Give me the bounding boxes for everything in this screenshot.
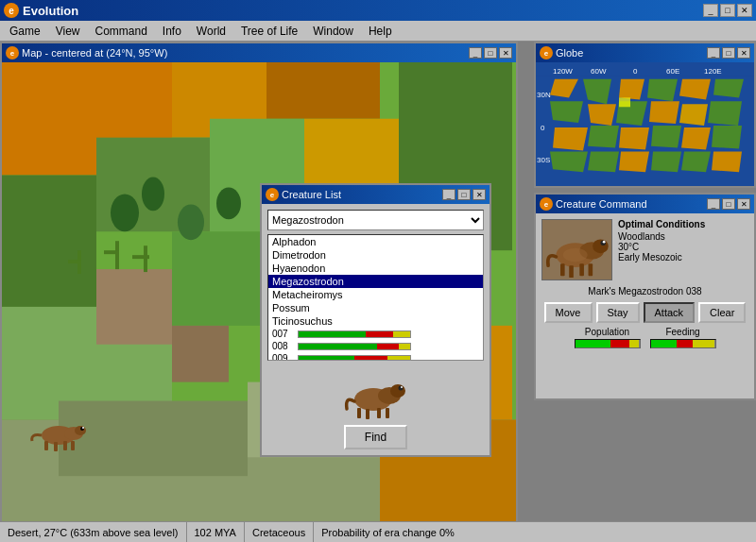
creature-list-title-bar[interactable]: e Creature List _ □ ✕ xyxy=(262,185,490,204)
creature-list-box[interactable]: Alphadon Dimetrodon Hyaenodon Megazostro… xyxy=(267,234,484,361)
bar-009-green xyxy=(299,356,354,362)
creature-cmd-maximize[interactable]: □ xyxy=(722,198,735,210)
list-item-009[interactable]: 009 xyxy=(268,352,483,361)
map-title-text: Map - centered at (24°N, 95°W) xyxy=(22,47,167,59)
map-close[interactable]: ✕ xyxy=(499,47,512,59)
list-item-ticinosuchus[interactable]: Ticinosuchus xyxy=(268,314,483,328)
menu-view[interactable]: View xyxy=(48,23,88,40)
svg-rect-36 xyxy=(71,441,75,450)
globe-minimize[interactable]: _ xyxy=(707,47,720,59)
menu-tree-of-life[interactable]: Tree of Life xyxy=(233,23,305,40)
creature-preview-svg xyxy=(343,367,409,419)
menu-game[interactable]: Game xyxy=(2,23,48,40)
population-bar-green xyxy=(576,340,610,347)
globe-map-svg: 120W 60W 0 60E 120E 30N 0 30S xyxy=(536,62,754,186)
list-item-007[interactable]: 007 xyxy=(268,328,483,340)
svg-rect-35 xyxy=(63,441,67,450)
map-minimize[interactable]: _ xyxy=(469,47,482,59)
svg-rect-3 xyxy=(266,62,380,119)
attack-button[interactable]: Attack xyxy=(644,302,696,323)
menu-bar: Game View Command Info World Tree of Lif… xyxy=(0,21,756,42)
bar-008-red xyxy=(377,344,400,349)
creature-list-maximize[interactable]: □ xyxy=(457,189,471,200)
list-item-008[interactable]: 008 xyxy=(268,340,483,352)
svg-marker-61 xyxy=(553,127,588,151)
creature-portrait xyxy=(541,219,612,280)
menu-command[interactable]: Command xyxy=(87,23,154,40)
svg-point-32 xyxy=(75,426,86,435)
svg-point-88 xyxy=(401,386,403,388)
svg-text:60W: 60W xyxy=(591,67,607,76)
creature-cmd-minimize[interactable]: _ xyxy=(707,198,720,210)
maximize-button[interactable]: □ xyxy=(720,4,735,17)
svg-rect-23 xyxy=(68,260,81,263)
svg-rect-24 xyxy=(115,241,119,269)
list-item-alphadon[interactable]: Alphadon xyxy=(268,235,483,248)
stay-button[interactable]: Stay xyxy=(596,302,640,323)
svg-rect-14 xyxy=(59,401,248,477)
terrain-status: Desert, 27°C (633m above sea level) xyxy=(0,522,187,542)
globe-close[interactable]: ✕ xyxy=(737,47,750,59)
creature-list-minimize[interactable]: _ xyxy=(442,189,455,200)
svg-marker-68 xyxy=(550,152,588,173)
find-button[interactable]: Find xyxy=(344,425,407,449)
svg-rect-33 xyxy=(44,441,48,450)
creature-dropdown[interactable]: Megazostrodon Alphadon Dimetrodon xyxy=(267,210,484,230)
svg-marker-69 xyxy=(588,152,619,173)
status-bar: Desert, 27°C (633m above sea level) 102 … xyxy=(0,521,756,542)
status-bars-area: Population Feeding xyxy=(541,327,748,348)
creature-command-window: e Creature Command _ □ ✕ xyxy=(534,193,756,400)
main-area: e Map - centered at (24°N, 95°W) _ □ ✕ xyxy=(0,42,756,542)
globe-title-bar[interactable]: e Globe _ □ ✕ xyxy=(536,43,754,62)
svg-rect-79 xyxy=(560,263,565,276)
close-button[interactable]: ✕ xyxy=(737,4,752,17)
bar-007-green xyxy=(299,331,366,337)
temperature-text: 30°C xyxy=(618,242,748,252)
svg-marker-62 xyxy=(588,126,619,148)
list-item-dimetrodon[interactable]: Dimetrodon xyxy=(268,248,483,262)
svg-rect-92 xyxy=(386,408,389,418)
menu-window[interactable]: Window xyxy=(305,23,361,40)
svg-marker-54 xyxy=(713,79,744,98)
list-item-hyaenodon[interactable]: Hyaenodon xyxy=(268,262,483,275)
menu-info[interactable]: Info xyxy=(155,23,189,40)
svg-text:30N: 30N xyxy=(537,91,551,99)
svg-rect-90 xyxy=(366,409,369,419)
svg-rect-80 xyxy=(569,265,574,278)
creature-list-icon: e xyxy=(266,188,279,201)
bar-008-green xyxy=(299,344,377,349)
map-maximize[interactable]: □ xyxy=(484,47,497,59)
creature-cmd-title-text: Creature Command xyxy=(556,198,647,210)
svg-marker-59 xyxy=(679,104,708,126)
optimal-conditions-title: Optimal Conditions xyxy=(618,219,748,229)
list-item-possum[interactable]: Possum xyxy=(268,301,483,314)
globe-maximize[interactable]: □ xyxy=(722,47,735,59)
app-icon: e xyxy=(4,3,19,18)
creature-cmd-close[interactable]: ✕ xyxy=(737,198,750,210)
creature-info-area: Optimal Conditions Woodlands 30°C Early … xyxy=(541,219,748,280)
creature-list-close[interactable]: ✕ xyxy=(472,189,486,200)
minimize-button[interactable]: _ xyxy=(703,4,718,17)
map-title-bar[interactable]: e Map - centered at (24°N, 95°W) _ □ ✕ xyxy=(2,43,516,62)
era-status: Cretaceous xyxy=(245,522,314,542)
bar-009-yellow xyxy=(387,356,410,362)
svg-rect-25 xyxy=(104,250,119,254)
svg-point-20 xyxy=(178,204,204,240)
svg-point-76 xyxy=(593,239,609,253)
creature-list-title-text: Creature List xyxy=(282,189,341,200)
list-item-metacheiromys[interactable]: Metacheiromys xyxy=(268,288,483,301)
menu-help[interactable]: Help xyxy=(361,23,400,40)
clear-button[interactable]: Clear xyxy=(698,302,746,323)
svg-marker-63 xyxy=(619,127,649,150)
globe-content[interactable]: 120W 60W 0 60E 120E 30N 0 30S xyxy=(536,62,754,186)
move-button[interactable]: Move xyxy=(544,302,593,323)
svg-marker-73 xyxy=(712,152,742,173)
svg-text:0: 0 xyxy=(541,124,545,132)
svg-text:60E: 60E xyxy=(666,67,679,76)
population-bar-group: Population xyxy=(575,327,641,348)
menu-world[interactable]: World xyxy=(189,23,233,40)
list-item-megazostrodon[interactable]: Megazostrodon xyxy=(268,275,483,288)
population-bar-red xyxy=(610,340,629,347)
creature-cmd-title-bar[interactable]: e Creature Command _ □ ✕ xyxy=(536,195,754,213)
svg-marker-58 xyxy=(649,101,679,124)
